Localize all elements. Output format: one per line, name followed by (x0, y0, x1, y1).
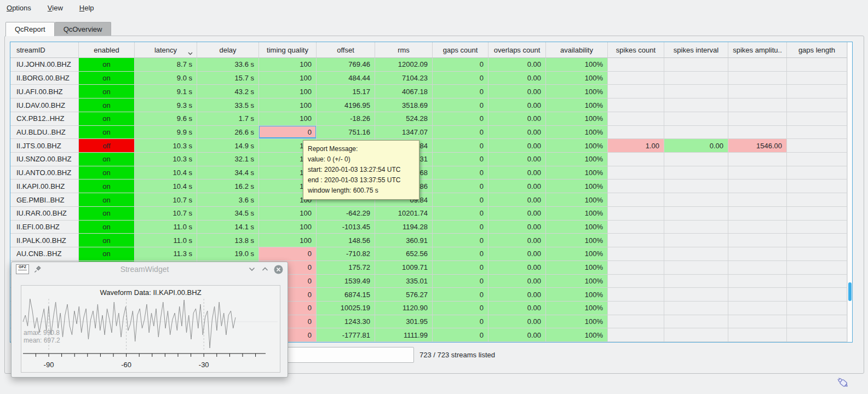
table-cell-stream-id[interactable]: II.BORG.00.BHZ (10, 72, 79, 85)
pin-icon[interactable] (32, 264, 42, 274)
table-cell-enabled[interactable]: on (79, 58, 135, 72)
table-cell-availability[interactable]: 100% (546, 247, 608, 261)
table-cell-gaps-count[interactable]: 0 (433, 328, 488, 342)
table-cell-spikes-count[interactable] (608, 58, 664, 72)
table-cell-gaps-length[interactable] (787, 288, 847, 302)
table-cell-gaps-count[interactable]: 0 (433, 247, 488, 261)
table-cell-spikes-count[interactable] (608, 99, 664, 112)
table-cell-spikes-amplitude[interactable] (728, 328, 787, 342)
table-cell-enabled[interactable]: on (79, 112, 135, 126)
table-cell-spikes-count[interactable] (608, 328, 664, 342)
table-cell-offset[interactable]: 769.46 (317, 58, 375, 72)
table-cell-timing-quality[interactable]: 100 (259, 85, 317, 99)
table-cell-overlaps-count[interactable]: 0.00 (488, 166, 546, 180)
table-cell-spikes-count[interactable]: 1.00 (608, 139, 664, 153)
table-cell-gaps-count[interactable]: 0 (433, 72, 488, 85)
tab-qcoverview[interactable]: QcOverview (55, 22, 112, 36)
table-cell-overlaps-count[interactable]: 0.00 (488, 302, 546, 315)
table-cell-delay[interactable]: 19.0 s (197, 247, 259, 261)
table-cell-gaps-length[interactable] (787, 247, 847, 261)
table-cell-stream-id[interactable]: CX.PB12..HHZ (10, 112, 79, 126)
table-cell-rms[interactable]: 3518.69 (375, 99, 433, 112)
table-cell-spikes-interval[interactable] (664, 247, 728, 261)
table-cell-latency[interactable]: 11.0 s (135, 221, 197, 234)
stream-widget-window[interactable]: GFZ StreamWidget Waveform Data: II.KAPI.… (11, 262, 288, 378)
table-cell-gaps-count[interactable]: 0 (433, 261, 488, 275)
table-cell-spikes-count[interactable] (608, 221, 664, 234)
table-cell-overlaps-count[interactable]: 0.00 (488, 288, 546, 302)
close-icon[interactable] (273, 264, 283, 274)
vertical-scrollbar[interactable] (847, 42, 852, 342)
table-cell-spikes-count[interactable] (608, 112, 664, 126)
table-cell-overlaps-count[interactable]: 0.00 (488, 234, 546, 247)
table-cell-delay[interactable]: 1.7 s (197, 112, 259, 126)
table-cell-spikes-amplitude[interactable] (728, 288, 787, 302)
table-cell-spikes-interval[interactable] (664, 58, 728, 72)
column-header-spikes-count[interactable]: spikes count (608, 42, 664, 58)
table-cell-availability[interactable]: 100% (546, 193, 608, 207)
table-cell-gaps-length[interactable] (787, 139, 847, 153)
table-cell-latency[interactable]: 11.3 s (135, 247, 197, 261)
table-cell-availability[interactable]: 100% (546, 112, 608, 126)
table-cell-spikes-amplitude[interactable] (728, 234, 787, 247)
table-cell-spikes-count[interactable] (608, 261, 664, 275)
table-cell-gaps-length[interactable] (787, 99, 847, 112)
table-cell-stream-id[interactable]: IU.SNZO.00.BHZ (10, 153, 79, 166)
table-row[interactable]: II.EFI.00.BHZon11.0 s14.1 s100-1013.4511… (10, 221, 847, 234)
table-cell-latency[interactable]: 9.9 s (135, 126, 197, 140)
table-cell-spikes-amplitude[interactable]: 1546.00 (728, 139, 787, 153)
table-cell-availability[interactable]: 100% (546, 288, 608, 302)
table-cell-gaps-length[interactable] (787, 112, 847, 126)
table-row[interactable]: AU.CNB..BHZon11.3 s19.0 s0-710.82652.560… (10, 247, 847, 261)
table-cell-gaps-count[interactable]: 0 (433, 58, 488, 72)
column-header-enabled[interactable]: enabled (79, 42, 135, 58)
table-cell-gaps-count[interactable]: 0 (433, 99, 488, 112)
table-cell-gaps-length[interactable] (787, 221, 847, 234)
table-cell-offset[interactable]: -710.82 (317, 247, 375, 261)
table-cell-gaps-count[interactable]: 0 (433, 302, 488, 315)
table-cell-overlaps-count[interactable]: 0.00 (488, 315, 546, 329)
table-cell-gaps-count[interactable]: 0 (433, 126, 488, 140)
table-cell-gaps-length[interactable] (787, 126, 847, 140)
table-cell-gaps-count[interactable]: 0 (433, 234, 488, 247)
table-cell-offset[interactable]: 751.16 (317, 126, 375, 140)
column-header-rms[interactable]: rms (375, 42, 433, 58)
table-cell-timing-quality[interactable]: 100 (259, 72, 317, 85)
table-cell-stream-id[interactable]: AU.CNB..BHZ (10, 247, 79, 261)
tab-qcreport[interactable]: QcReport (5, 22, 55, 36)
table-cell-rms[interactable]: 1194.28 (375, 221, 433, 234)
table-cell-rms[interactable]: 1111.99 (375, 328, 433, 342)
table-cell-availability[interactable]: 100% (546, 126, 608, 140)
table-cell-gaps-length[interactable] (787, 85, 847, 99)
table-cell-stream-id[interactable]: IU.AFI.00.BHZ (10, 85, 79, 99)
table-cell-spikes-interval[interactable] (664, 221, 728, 234)
table-cell-delay[interactable]: 16.2 s (197, 179, 259, 193)
table-cell-gaps-count[interactable]: 0 (433, 315, 488, 329)
table-cell-enabled[interactable]: on (79, 153, 135, 166)
table-row[interactable]: II.JTS.00.BHZoff10.3 s14.9 s10029.8400.0… (10, 139, 847, 153)
column-header-latency[interactable]: latency (135, 42, 197, 58)
table-cell-spikes-amplitude[interactable] (728, 221, 787, 234)
table-cell-availability[interactable]: 100% (546, 85, 608, 99)
table-cell-spikes-amplitude[interactable] (728, 207, 787, 221)
table-cell-spikes-count[interactable] (608, 153, 664, 166)
table-cell-rms[interactable]: 7104.23 (375, 72, 433, 85)
table-cell-enabled[interactable]: on (79, 221, 135, 234)
column-header-timing-quality[interactable]: timing quality (259, 42, 317, 58)
column-header-gaps-count[interactable]: gaps count (433, 42, 488, 58)
table-cell-availability[interactable]: 100% (546, 153, 608, 166)
table-cell-spikes-count[interactable] (608, 275, 664, 288)
table-cell-gaps-count[interactable]: 0 (433, 221, 488, 234)
table-cell-delay[interactable]: 43.2 s (197, 85, 259, 99)
menu-view[interactable]: View (45, 3, 65, 13)
table-row[interactable]: II.PALK.00.BHZon11.0 s13.8 s100148.56360… (10, 234, 847, 247)
table-row[interactable]: GE.PMBI..BHZon10.7 s3.6 s10009.8400.0010… (10, 193, 847, 207)
table-cell-overlaps-count[interactable]: 0.00 (488, 112, 546, 126)
table-cell-delay[interactable]: 13.8 s (197, 234, 259, 247)
table-cell-spikes-interval[interactable] (664, 166, 728, 180)
table-cell-delay[interactable]: 14.9 s (197, 139, 259, 153)
table-cell-spikes-amplitude[interactable] (728, 72, 787, 85)
scrollbar-thumb[interactable] (848, 282, 852, 301)
table-cell-overlaps-count[interactable]: 0.00 (488, 207, 546, 221)
table-cell-gaps-count[interactable]: 0 (433, 288, 488, 302)
